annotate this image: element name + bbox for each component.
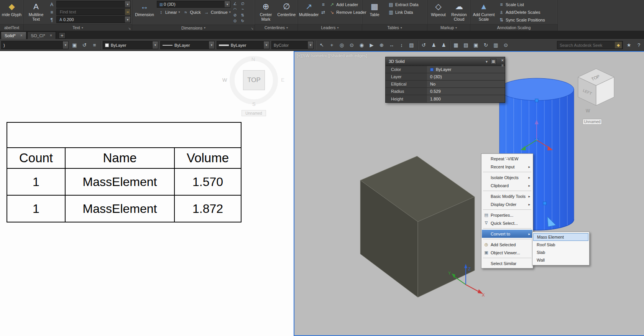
viewport-left[interactable]: N W E S TOP Unnamed Count Name Volume 1 … — [0, 51, 294, 336]
chevron-down-icon[interactable]: ▾ — [307, 41, 313, 49]
collect-leaders-icon[interactable]: ⇄ — [320, 8, 327, 16]
panel-label-dimensions[interactable]: Dimensions ▾ ↘ — [132, 25, 255, 31]
panel-label-markup[interactable]: Markup ▾ — [427, 24, 470, 31]
break-dimension-icon[interactable]: ⊘ — [232, 12, 238, 18]
centerline-button[interactable]: ∅ Centerline — [277, 1, 296, 23]
plotstyle-combo[interactable]: ByColor ▾ — [271, 41, 314, 49]
add-delete-scales-button[interactable]: ± Add/Delete Scales — [497, 8, 547, 16]
linear-dimension-button[interactable]: ↕ Linear ▾ — [157, 8, 182, 16]
help-icon[interactable]: ? — [635, 41, 643, 49]
layer-combo[interactable]: ) ▾ — [1, 41, 69, 49]
panel-label-centerlines[interactable]: Centerlines ▾ — [255, 24, 297, 31]
linetype-combo[interactable]: ByLayer ▾ — [160, 41, 215, 49]
panel-label-labeltext[interactable]: abelText — [0, 24, 23, 31]
new-tab-button[interactable]: + — [59, 32, 66, 39]
panel-label-annotation-scaling[interactable]: Annotation Scaling — [470, 24, 557, 31]
property-row-color[interactable]: Color ByLayer — [386, 66, 505, 73]
palette-icon[interactable]: ▥ — [492, 41, 500, 49]
panel-label-text-panel[interactable]: Text ▾ ↘ — [24, 24, 132, 31]
show-motion-icon[interactable]: ▶ — [368, 41, 376, 49]
wipeout-button[interactable]: ◇ Wipeout — [429, 1, 448, 23]
property-row-radius[interactable]: Radius 0.529 — [386, 88, 505, 95]
dim-style-combo[interactable]: ▥ 0 (3D) ▾ — [157, 1, 230, 8]
compass-east-label[interactable]: E — [281, 77, 284, 83]
menu-item-display-order[interactable]: Display Order ▸ — [482, 200, 532, 208]
undo-icon[interactable]: ↺ — [420, 41, 428, 49]
move-icon[interactable]: ↕ — [398, 41, 406, 49]
submenu-item-slab[interactable]: Slab — [533, 249, 588, 256]
remove-leader-button[interactable]: ↘ Remove Leader — [328, 8, 368, 16]
user-icon[interactable]: ♟ — [430, 41, 438, 49]
property-row-elliptical[interactable]: Elliptical No — [386, 81, 505, 88]
chevron-down-icon[interactable]: ▾ — [125, 1, 130, 7]
view-name-badge[interactable]: Unnamed — [242, 110, 266, 116]
continue-dimension-button[interactable]: → Continue ▾ — [202, 8, 232, 16]
text-style-icon[interactable]: A — [48, 1, 55, 8]
scale-list-button[interactable]: ≡ Scale List — [497, 1, 547, 8]
dimension-button[interactable]: ↔ Dimension — [133, 1, 156, 24]
layer-states-icon[interactable]: ≡ — [90, 41, 99, 49]
multiline-text-button[interactable]: A Multiline Text — [25, 1, 47, 23]
property-row-layer[interactable]: Layer 0 (3D) — [386, 73, 505, 81]
link-data-button[interactable]: ▥ Link Data — [387, 8, 420, 16]
viewcube-right[interactable]: TOP LEFT W — [578, 69, 614, 114]
sync-scale-positions-button[interactable]: ⇅ Sync Scale Positions — [497, 16, 547, 23]
table-button[interactable]: ▦ Table — [363, 1, 386, 23]
quick-properties-header[interactable]: 3D Solid ▾ ▦ — [386, 57, 505, 66]
viewcube-left[interactable]: N W E S TOP Unnamed — [229, 56, 279, 105]
submenu-item-mass-element[interactable]: Mass Element — [533, 233, 588, 241]
color-combo[interactable]: ByLayer ▾ — [103, 41, 158, 49]
find-text-icon[interactable]: ∞ — [125, 9, 130, 15]
property-row-height[interactable]: Height 1.800 — [386, 95, 505, 102]
close-icon[interactable]: × — [501, 58, 504, 63]
extract-data-button[interactable]: ▤ Extract Data — [387, 1, 420, 8]
user-icon[interactable]: ♟ — [440, 41, 448, 49]
add-leader-button[interactable]: ↗ Add Leader — [328, 1, 368, 8]
viewcube-top-face[interactable]: TOP — [243, 70, 265, 90]
find-text-input[interactable] — [58, 10, 124, 14]
customize-icon[interactable]: ▦ — [490, 59, 496, 64]
menu-item-recent-input[interactable]: Recent Input ▸ — [482, 163, 532, 171]
chevron-down-icon[interactable]: ▾ — [125, 16, 130, 23]
menu-item-basic-modify-tools[interactable]: Basic Modify Tools ▸ — [482, 192, 532, 200]
close-icon[interactable]: × — [20, 33, 23, 38]
menu-item-convert-to[interactable]: Convert to ▸ — [482, 230, 532, 238]
layout-grid-icon[interactable]: ▦ — [452, 41, 460, 49]
menu-item-add-selected[interactable]: ◎ Add Selected — [482, 240, 532, 249]
group-icon[interactable]: ▣ — [472, 41, 480, 49]
file-tab-so-ci[interactable]: SO_CI* × — [27, 31, 56, 39]
steering-wheel-icon[interactable]: ◉ — [358, 41, 366, 49]
override-glyph-button[interactable]: ◆ rride Glyph — [1, 1, 22, 23]
pin-icon[interactable]: ⊙ — [502, 41, 510, 49]
center-mark-button[interactable]: ⊕ Center Mark — [256, 1, 276, 23]
panel-launcher-icon[interactable]: ↘ — [251, 27, 253, 30]
refresh-icon[interactable]: ↻ — [482, 41, 490, 49]
find-text-field[interactable]: ∞ — [56, 8, 131, 15]
inspect-dimension-icon[interactable]: ⊙ — [232, 18, 238, 24]
quick-dimension-button[interactable]: ≈ Quick — [182, 8, 202, 16]
chevron-down-icon[interactable]: ▾ — [62, 41, 68, 49]
chevron-down-icon[interactable]: ▾ — [486, 59, 488, 64]
globe-icon[interactable]: ⊕ — [378, 41, 386, 49]
seek-search-box[interactable]: ◆ — [557, 41, 623, 49]
chevron-down-icon[interactable]: ▾ — [152, 41, 158, 49]
sheet-icon[interactable]: ▤ — [462, 41, 470, 49]
viewport-controls-label[interactable]: [+][SW Isometric][Shaded with edges] — [297, 53, 367, 58]
chevron-down-icon[interactable]: ▾ — [263, 41, 269, 49]
menu-item-properties[interactable]: ▤ Properties... — [482, 211, 532, 219]
view-name-badge[interactable]: Unnamed — [583, 119, 602, 125]
text-height-combo[interactable]: A 0.200 ▾ — [56, 16, 131, 23]
panel-label-leaders[interactable]: Leaders ▾ — [298, 24, 362, 31]
chevron-down-icon[interactable]: ▾ — [225, 1, 230, 7]
menu-item-select-similar[interactable]: Select Similar — [482, 259, 532, 267]
panel-launcher-icon[interactable]: ↘ — [128, 27, 131, 30]
box-solid[interactable] — [360, 156, 475, 297]
select-icon[interactable]: ↖ — [318, 41, 326, 49]
menu-item-repeat-view[interactable]: Repeat '-VIEW — [482, 155, 532, 163]
measure-icon[interactable]: ↔ — [388, 41, 396, 49]
multileader-button[interactable]: ↗ Multileader — [299, 1, 319, 23]
revision-cloud-button[interactable]: ☁ Revision Cloud — [449, 1, 469, 23]
communication-center-icon[interactable]: ★ — [625, 41, 633, 49]
panel-label-tables[interactable]: Tables ▾ — [362, 24, 427, 31]
pan-icon[interactable]: + — [328, 41, 336, 49]
